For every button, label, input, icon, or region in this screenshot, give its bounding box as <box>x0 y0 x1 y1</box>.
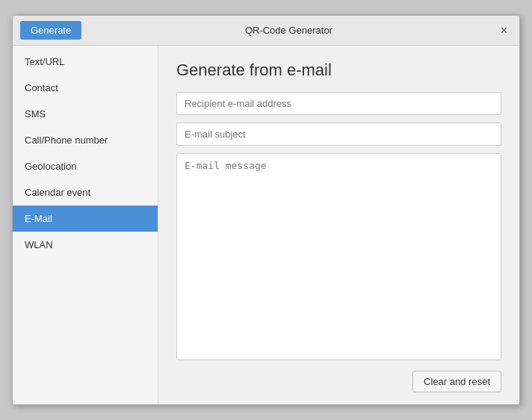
title-bar-right: × <box>496 22 512 39</box>
sidebar-item-sms[interactable]: SMS <box>13 101 158 127</box>
sidebar-item-geolocation[interactable]: Geolocation <box>13 153 158 179</box>
sidebar-item-call-phone[interactable]: Call/Phone number <box>13 127 158 153</box>
main-panel: Generate from e-mail Clear and reset <box>158 46 519 404</box>
panel-title: Generate from e-mail <box>176 61 501 80</box>
app-window: Generate QR-Code Generator × Text/URLCon… <box>12 15 520 405</box>
sidebar: Text/URLContactSMSCall/Phone numberGeolo… <box>13 46 158 404</box>
email-message-textarea[interactable] <box>176 153 501 360</box>
content-area: Text/URLContactSMSCall/Phone numberGeolo… <box>13 46 519 404</box>
clear-reset-button[interactable]: Clear and reset <box>412 371 501 392</box>
sidebar-item-text-url[interactable]: Text/URL <box>13 49 158 75</box>
close-button[interactable]: × <box>496 22 512 39</box>
sidebar-item-contact[interactable]: Contact <box>13 75 158 101</box>
title-bar-left: Generate <box>20 21 81 40</box>
bottom-bar: Clear and reset <box>176 368 501 392</box>
window-title: QR-Code Generator <box>81 25 495 36</box>
sidebar-item-email[interactable]: E-Mail <box>13 206 158 232</box>
title-bar: Generate QR-Code Generator × <box>13 16 519 46</box>
sidebar-item-calendar-event[interactable]: Calendar event <box>13 179 158 206</box>
recipient-email-input[interactable] <box>176 92 501 115</box>
generate-button[interactable]: Generate <box>20 21 81 40</box>
email-subject-input[interactable] <box>176 123 501 146</box>
sidebar-item-wlan[interactable]: WLAN <box>13 232 158 258</box>
